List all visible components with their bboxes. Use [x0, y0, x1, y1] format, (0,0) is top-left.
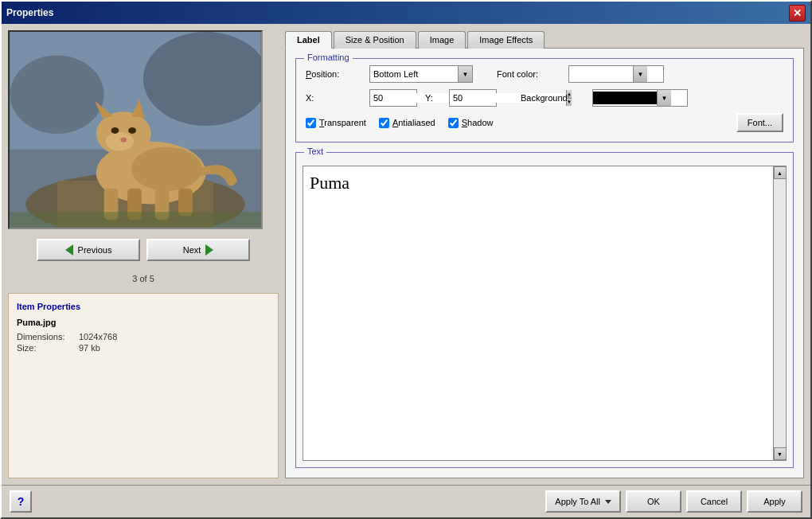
- window-content: Previous Next 3 of 5 Item Properties Pum…: [2, 24, 810, 485]
- dimensions-label: Dimensions:: [17, 332, 72, 341]
- dimensions-value: 1024x768: [79, 332, 117, 341]
- tab-image[interactable]: Image: [418, 31, 467, 49]
- counter-text: 3 of 5: [8, 271, 279, 287]
- nav-buttons: Previous Next: [8, 236, 279, 264]
- transparent-checkbox[interactable]: [306, 118, 316, 128]
- puma-image: [10, 32, 261, 228]
- svg-rect-19: [10, 212, 261, 228]
- formatting-group-label: Formatting: [304, 53, 353, 62]
- bottom-bar: ? Apply To All OK Cancel Apply: [2, 485, 810, 517]
- close-button[interactable]: ✕: [789, 5, 806, 21]
- apply-to-all-button[interactable]: Apply To All: [545, 490, 621, 513]
- next-button[interactable]: Next: [146, 239, 250, 261]
- font-button[interactable]: Font...: [736, 113, 783, 132]
- svg-rect-18: [178, 189, 193, 216]
- font-color-arrow-icon: ▼: [633, 66, 647, 82]
- x-spinbox[interactable]: ▲ ▼: [369, 89, 417, 107]
- background-swatch: [593, 92, 657, 104]
- font-color-dropdown[interactable]: ▼: [568, 65, 664, 83]
- window-title: Properties: [6, 7, 53, 18]
- size-label: Size:: [17, 343, 72, 353]
- item-properties-panel: Item Properties Puma.jpg Dimensions: 102…: [8, 293, 279, 478]
- position-label: Position:: [306, 69, 361, 79]
- tab-label[interactable]: Label: [285, 31, 332, 49]
- text-group: Text Puma ▲ ▼: [295, 152, 794, 468]
- x-label: X:: [306, 93, 361, 103]
- position-dropdown[interactable]: Bottom Left ▼: [369, 65, 473, 83]
- bg-dropdown-arrow-icon: ▼: [657, 90, 671, 106]
- background-label: Background:: [521, 93, 584, 103]
- formatting-group: Formatting Position: Bottom Left ▼ Font …: [295, 58, 794, 142]
- help-button[interactable]: ?: [10, 490, 32, 513]
- svg-point-14: [131, 147, 202, 191]
- antialiased-label: Antialiased: [392, 118, 435, 127]
- scroll-track: [774, 179, 786, 447]
- y-spinbox[interactable]: ▲ ▼: [449, 89, 497, 107]
- shadow-label: Shadow: [462, 118, 494, 127]
- cancel-button[interactable]: Cancel: [686, 490, 742, 513]
- position-value: Bottom Left: [370, 69, 458, 79]
- item-filename: Puma.jpg: [17, 318, 270, 327]
- tab-content-label: Formatting Position: Bottom Left ▼ Font …: [285, 48, 804, 478]
- tabs-container: Label Size & Position Image Image Effect…: [285, 30, 804, 478]
- svg-point-10: [106, 132, 134, 151]
- scroll-down-icon[interactable]: ▼: [774, 447, 787, 460]
- transparent-checkbox-item: Transparent: [306, 118, 366, 128]
- apply-button[interactable]: Apply: [747, 490, 802, 513]
- font-color-swatch: [569, 68, 633, 80]
- ok-button[interactable]: OK: [626, 490, 681, 513]
- text-textarea[interactable]: Puma: [303, 166, 773, 460]
- xy-row: X: ▲ ▼ Y:: [306, 89, 783, 107]
- shadow-checkbox-item: Shadow: [448, 118, 494, 128]
- checkbox-row: Transparent Antialiased Shadow Font...: [306, 113, 783, 132]
- svg-point-13: [120, 138, 127, 142]
- previous-button[interactable]: Previous: [37, 239, 140, 261]
- image-preview: [8, 30, 263, 229]
- tab-bar: Label Size & Position Image Image Effect…: [285, 30, 804, 48]
- apply-all-arrow-icon: [605, 500, 611, 504]
- title-bar: Properties ✕: [2, 2, 810, 24]
- next-arrow-icon: [205, 244, 213, 256]
- scrollbar[interactable]: ▲ ▼: [773, 166, 786, 460]
- size-value: 97 kb: [79, 343, 100, 353]
- shadow-checkbox[interactable]: [448, 118, 459, 128]
- left-panel: Previous Next 3 of 5 Item Properties Pum…: [8, 30, 279, 478]
- size-detail: Size: 97 kb: [17, 343, 270, 353]
- position-dropdown-arrow-icon: ▼: [458, 66, 472, 82]
- tab-image-effects[interactable]: Image Effects: [467, 31, 545, 49]
- background-dropdown[interactable]: ▼: [592, 89, 688, 107]
- svg-point-11: [111, 127, 119, 134]
- tab-size-position[interactable]: Size & Position: [334, 31, 416, 49]
- svg-point-12: [128, 127, 136, 134]
- apply-to-all-label: Apply To All: [555, 497, 600, 506]
- scroll-up-icon[interactable]: ▲: [774, 166, 787, 179]
- prev-arrow-icon: [65, 244, 73, 256]
- properties-window: Properties ✕: [0, 0, 812, 519]
- y-label: Y:: [425, 93, 441, 103]
- antialiased-checkbox-item: Antialiased: [379, 118, 435, 128]
- text-group-label: Text: [304, 146, 326, 156]
- antialiased-checkbox[interactable]: [379, 118, 389, 128]
- text-area-container: Puma ▲ ▼: [303, 166, 787, 461]
- right-panel: Label Size & Position Image Image Effect…: [285, 30, 804, 478]
- dimensions-detail: Dimensions: 1024x768: [17, 332, 270, 341]
- position-row: Position: Bottom Left ▼ Font color: ▼: [306, 65, 783, 83]
- transparent-label: Transparent: [319, 118, 366, 127]
- svg-point-2: [10, 56, 104, 134]
- item-properties-title: Item Properties: [17, 302, 270, 311]
- font-color-label: Font color:: [497, 69, 560, 79]
